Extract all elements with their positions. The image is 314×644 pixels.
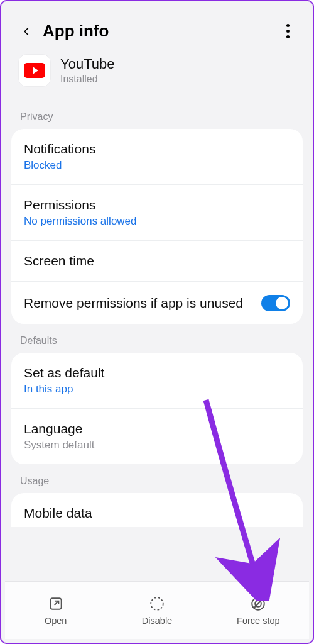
- row-title: Notifications: [24, 142, 290, 157]
- app-icon: [19, 55, 50, 86]
- remove-permissions-row[interactable]: Remove permissions if app is unused: [11, 281, 303, 324]
- app-status: Installed: [60, 74, 114, 85]
- section-defaults-label: Defaults: [5, 324, 309, 353]
- open-icon: [48, 596, 64, 612]
- more-vertical-icon: [286, 24, 290, 38]
- row-title: Mobile data: [24, 506, 290, 521]
- row-sub: No permissions allowed: [24, 215, 290, 228]
- page-title: App info: [43, 21, 109, 41]
- row-sub: In this app: [24, 383, 290, 396]
- section-usage-label: Usage: [5, 464, 309, 493]
- app-header: YouTube Installed: [5, 52, 309, 100]
- row-sub: Blocked: [24, 159, 290, 172]
- language-row[interactable]: Language System default: [11, 408, 303, 464]
- back-button[interactable]: [19, 23, 35, 40]
- set-as-default-row[interactable]: Set as default In this app: [11, 353, 303, 408]
- open-button[interactable]: Open: [5, 582, 106, 639]
- force-stop-button[interactable]: Force stop: [208, 582, 309, 639]
- mobile-data-row[interactable]: Mobile data: [11, 493, 303, 527]
- screen-time-row[interactable]: Screen time: [11, 240, 303, 281]
- force-stop-icon: [250, 596, 266, 612]
- notifications-row[interactable]: Notifications Blocked: [11, 129, 303, 184]
- row-title: Language: [24, 421, 290, 436]
- row-title: Permissions: [24, 197, 290, 213]
- row-title: Set as default: [24, 365, 290, 380]
- row-sub: System default: [24, 439, 290, 452]
- chevron-left-icon: [21, 26, 33, 37]
- bottom-bar: Open Disable Force stop: [5, 581, 309, 639]
- remove-permissions-toggle[interactable]: [261, 295, 290, 311]
- privacy-card: Notifications Blocked Permissions No per…: [11, 129, 303, 324]
- defaults-card: Set as default In this app Language Syst…: [11, 353, 303, 464]
- row-title: Remove permissions if app is unused: [24, 294, 261, 311]
- force-stop-label: Force stop: [237, 616, 280, 626]
- more-options-button[interactable]: [280, 24, 295, 39]
- app-name: YouTube: [60, 56, 114, 72]
- permissions-row[interactable]: Permissions No permissions allowed: [11, 184, 303, 240]
- disable-label: Disable: [142, 616, 172, 626]
- disable-button[interactable]: Disable: [106, 582, 207, 639]
- youtube-icon: [24, 63, 45, 78]
- disable-icon: [149, 596, 165, 612]
- row-title: Screen time: [24, 253, 290, 269]
- svg-point-1: [151, 597, 163, 610]
- section-privacy-label: Privacy: [5, 100, 309, 129]
- open-label: Open: [45, 616, 67, 626]
- header: App info: [5, 5, 309, 52]
